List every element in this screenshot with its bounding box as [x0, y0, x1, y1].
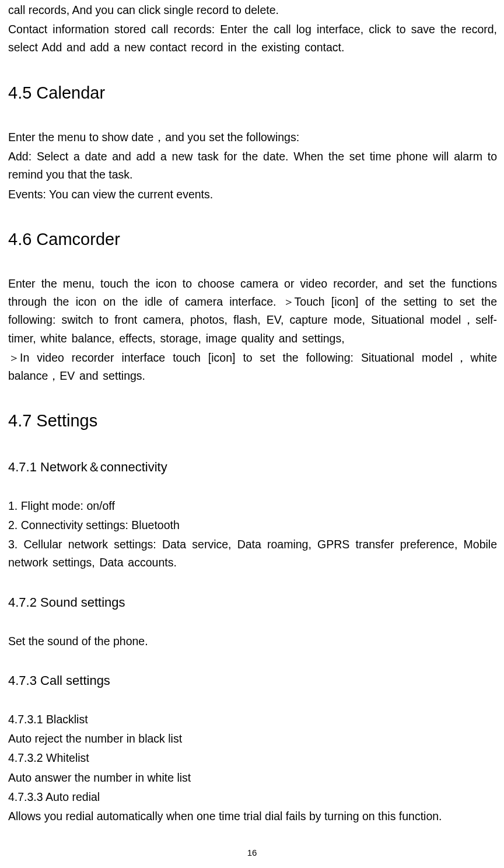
section-4-7-2-p1: Set the sound of the phone.: [8, 632, 497, 650]
section-4-7-3-p4: Auto answer the number in white list: [8, 769, 497, 787]
heading-4-6: 4.6 Camcorder: [8, 226, 497, 253]
section-4-7-1-p3: 3. Cellular network settings: Data servi…: [8, 536, 497, 572]
section-4-7-3-p6: Allows you redial automatically when one…: [8, 807, 497, 825]
heading-4-7-1: 4.7.1 Network＆connectivity: [8, 457, 497, 477]
section-4-6-p1: Enter the menu, touch the icon to choose…: [8, 275, 497, 348]
section-4-5-p2: Add: Select a date and add a new task fo…: [8, 148, 497, 184]
section-4-7-3-p2: Auto reject the number in black list: [8, 730, 497, 748]
section-4-6-p2: ＞In video recorder interface touch [icon…: [8, 349, 497, 385]
section-4-7-3-p3: 4.7.3.2 Whitelist: [8, 749, 497, 767]
intro-paragraph-2: Contact information stored call records:…: [8, 20, 497, 57]
section-4-7-3-p1: 4.7.3.1 Blacklist: [8, 710, 497, 729]
heading-4-5: 4.5 Calendar: [8, 79, 497, 106]
section-4-5-p1: Enter the menu to show date，and you set …: [8, 128, 497, 146]
page-number: 16: [0, 848, 504, 858]
heading-4-7: 4.7 Settings: [8, 407, 497, 434]
document-page: call records, And you can click single r…: [8, 1, 497, 825]
section-4-5-p3: Events: You can view the current events.: [8, 186, 497, 204]
section-4-7-3-p5: 4.7.3.3 Auto redial: [8, 788, 497, 806]
heading-4-7-2: 4.7.2 Sound settings: [8, 592, 497, 612]
heading-4-7-3: 4.7.3 Call settings: [8, 670, 497, 691]
intro-paragraph-1: call records, And you can click single r…: [8, 1, 497, 19]
section-4-7-1-p1: 1. Flight mode: on/off: [8, 497, 497, 515]
section-4-7-1-p2: 2. Connectivity settings: Bluetooth: [8, 516, 497, 534]
